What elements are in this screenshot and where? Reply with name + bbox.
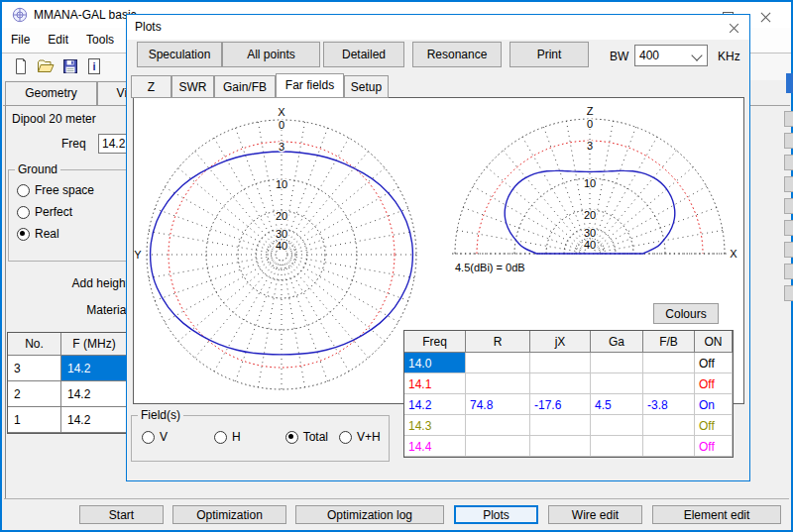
optimization-button[interactable]: Optimization [172, 505, 286, 524]
panel-edge [5, 81, 6, 499]
radio-label: Free space [35, 183, 94, 197]
cell-ga[interactable]: 4.5 [591, 394, 643, 415]
cell-ga[interactable] [591, 373, 643, 394]
cell-fb[interactable] [643, 436, 695, 457]
element-edit-button[interactable]: Element edit [652, 505, 781, 524]
radio-circle-icon[interactable] [142, 431, 155, 444]
menu-item-edit[interactable]: Edit [39, 28, 77, 53]
new-file-icon[interactable] [10, 55, 32, 77]
column-header-r: R [466, 331, 530, 353]
chevron-down-icon[interactable] [691, 50, 702, 60]
radio-circle-icon[interactable] [339, 431, 352, 444]
save-icon[interactable] [59, 55, 81, 77]
colours-button[interactable]: Colours [653, 303, 719, 324]
gain-reference-annotation: 4.5(dBi) = 0dB [455, 262, 525, 273]
detailed-button[interactable]: Detailed [323, 42, 404, 67]
radio-circle-icon[interactable] [17, 206, 30, 219]
cell-r[interactable] [466, 436, 530, 457]
radio-label: Perfect [35, 205, 72, 219]
cell-jx[interactable] [530, 436, 591, 457]
resonance-button[interactable]: Resonance [412, 42, 502, 67]
wire-edit-button[interactable]: Wire edit [548, 505, 642, 524]
radio-option-h[interactable]: H [214, 430, 241, 444]
cell-on[interactable]: Off [695, 415, 733, 436]
cell-fb[interactable]: -3.8 [643, 394, 695, 415]
cell-freq[interactable]: 14.3 [404, 415, 466, 436]
cell-r[interactable] [466, 353, 530, 373]
freq-label: Freq [61, 137, 86, 151]
row-number-cell[interactable]: 1 [8, 407, 61, 433]
plots-button[interactable]: Plots [454, 505, 538, 524]
radio-circle-icon[interactable] [17, 228, 30, 241]
cell-on[interactable]: Off [695, 436, 733, 457]
tab-gain-fb[interactable]: Gain/FB [214, 75, 276, 98]
cell-on[interactable]: Off [695, 353, 733, 373]
tab-setup[interactable]: Setup [344, 75, 389, 98]
ring-db-label: 3 [587, 140, 593, 152]
print-button[interactable]: Print [510, 42, 589, 67]
ring-db-label: 10 [584, 177, 596, 189]
bottom-button-bar: StartOptimizationOptimization logPlotsWi… [4, 498, 789, 528]
ring-db-label: 20 [276, 210, 287, 222]
radio-option-real[interactable]: Real [17, 227, 127, 241]
ring-db-label: 0 [587, 118, 593, 130]
cell-r[interactable] [466, 415, 530, 436]
cell-jx[interactable] [530, 373, 591, 394]
cell-ga[interactable] [591, 436, 643, 457]
hidden-panel-fragment [784, 133, 793, 149]
all-points-button[interactable]: All points [222, 42, 320, 67]
column-header-ga: Ga [591, 331, 643, 353]
radio-option-perfect[interactable]: Perfect [17, 205, 127, 219]
hidden-panel-fragment [784, 111, 793, 127]
radio-label: V [160, 430, 168, 444]
start-button[interactable]: Start [79, 505, 164, 524]
hidden-panel-fragment [784, 155, 793, 170]
frequency-cell[interactable]: 14.2 [61, 381, 128, 407]
menu-item-file[interactable]: File [2, 28, 39, 53]
cell-freq[interactable]: 14.4 [404, 436, 466, 457]
close-icon[interactable] [755, 9, 775, 25]
cell-ga[interactable] [591, 415, 643, 436]
info-icon[interactable]: i [83, 55, 105, 77]
cell-fb[interactable] [643, 373, 695, 394]
cell-jx[interactable] [530, 353, 591, 373]
row-number-cell[interactable]: 2 [8, 381, 61, 407]
cell-r[interactable]: 74.8 [466, 394, 530, 415]
cell-fb[interactable] [643, 415, 695, 436]
optimization-log-button[interactable]: Optimization log [295, 505, 444, 524]
cell-freq[interactable]: 14.0 [404, 353, 466, 373]
speculation-button[interactable]: Speculation [137, 42, 222, 67]
radio-option-free-space[interactable]: Free space [17, 183, 127, 197]
tab-swr[interactable]: SWR [171, 75, 214, 98]
cell-freq[interactable]: 14.2 [404, 394, 466, 415]
frequency-cell[interactable]: 14.2 [61, 356, 128, 381]
cell-jx[interactable]: -17.6 [530, 394, 591, 415]
frequency-cell[interactable]: 14.2 [61, 407, 128, 433]
cell-jx[interactable] [530, 415, 591, 436]
radio-circle-icon[interactable] [17, 184, 30, 197]
cell-on[interactable]: On [695, 394, 733, 415]
radio-option-v-h[interactable]: V+H [339, 430, 381, 444]
radio-option-total[interactable]: Total [285, 430, 328, 444]
tab-far-fields[interactable]: Far fields [276, 73, 344, 98]
cell-freq[interactable]: 14.1 [404, 373, 466, 394]
menu-item-tools[interactable]: Tools [77, 28, 123, 53]
radio-option-v[interactable]: V [142, 430, 168, 444]
open-folder-icon[interactable] [35, 55, 57, 77]
radio-circle-icon[interactable] [285, 431, 298, 444]
tab-geometry[interactable]: Geometry [5, 81, 97, 106]
hidden-panel-fragment [784, 176, 793, 192]
row-number-cell[interactable]: 3 [8, 356, 61, 381]
cell-fb[interactable] [643, 353, 695, 373]
column-header-on: ON [695, 331, 733, 353]
close-icon[interactable] [726, 20, 741, 36]
radio-circle-icon[interactable] [214, 431, 227, 444]
bw-unit-label: KHz [718, 50, 740, 63]
cell-on[interactable]: Off [695, 373, 733, 394]
dialog-title: Plots [135, 20, 162, 34]
cell-r[interactable] [466, 373, 530, 394]
tab-z[interactable]: Z [131, 75, 171, 98]
cell-ga[interactable] [591, 353, 643, 373]
axis-label-top: Z [587, 105, 594, 117]
bw-combobox[interactable]: 400 [634, 45, 708, 66]
